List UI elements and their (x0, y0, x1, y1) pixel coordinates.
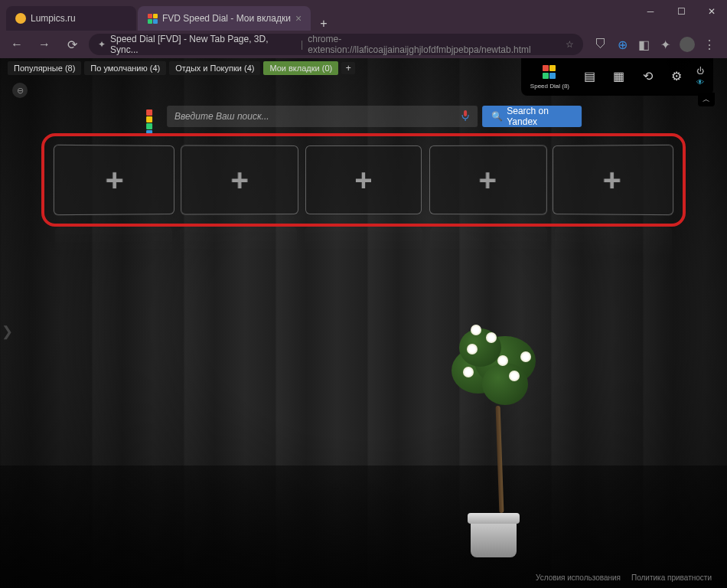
search-row: Введите Ваш поиск... 🔍 Search on Yandex (145, 106, 582, 127)
zoom-icon[interactable]: ⊖ (12, 83, 28, 98)
plus-icon: + (230, 162, 249, 197)
privacy-link[interactable]: Политика приватности (631, 573, 712, 582)
svg-rect-0 (464, 110, 467, 116)
category-mytabs[interactable]: Мои вкладки (0) (263, 61, 338, 75)
panel-collapse-button[interactable]: ︿ (698, 93, 715, 106)
footer-links: Условия использования Политика приватнос… (536, 573, 712, 582)
plus-icon: + (354, 163, 372, 198)
lumpics-favicon-icon (15, 13, 26, 24)
addressbar: ← → ⟳ ✦ Speed Dial [FVD] - New Tab Page,… (0, 31, 727, 58)
sync-icon[interactable]: ⟲ (638, 67, 657, 86)
address-input[interactable]: ✦ Speed Dial [FVD] - New Tab Page, 3D, S… (89, 34, 583, 55)
menu-icon[interactable]: ⋮ (703, 38, 716, 51)
terms-link[interactable]: Условия использования (536, 573, 621, 582)
tab-label: Lumpics.ru (31, 13, 76, 24)
dial-slot-4[interactable]: + (429, 145, 546, 214)
titlebar: Lumpics.ru FVD Speed Dial - Мои вкладки … (0, 0, 727, 31)
search-button[interactable]: 🔍 Search on Yandex (482, 106, 582, 127)
search-button-label: Search on Yandex (507, 106, 572, 127)
eye-icon[interactable]: 👁 (696, 78, 704, 87)
minimize-button[interactable]: ─ (635, 0, 666, 23)
box-icon[interactable]: ◧ (637, 38, 650, 51)
back-button[interactable]: ← (6, 34, 28, 55)
category-default[interactable]: По умолчанию (4) (84, 61, 166, 75)
dial-slot-2[interactable]: + (181, 145, 298, 214)
search-logo-icon (145, 109, 159, 124)
speed-dial-area: + + + + + (41, 133, 686, 227)
plus-icon: + (478, 162, 497, 197)
forward-button[interactable]: → (34, 34, 55, 55)
expand-handle[interactable]: ❯ (2, 323, 13, 340)
panel-label: Speed Dial (8) (530, 83, 569, 90)
page-url: chrome-extension://llaficoajjainaijghjlo… (308, 34, 561, 55)
category-popular[interactable]: Популярные (8) (8, 61, 81, 75)
fvd-favicon-icon (147, 13, 158, 24)
search-icon: 🔍 (491, 111, 503, 122)
globe-icon[interactable]: ⊕ (615, 38, 629, 51)
gear-icon[interactable]: ⚙ (667, 67, 686, 86)
add-category-button[interactable]: + (341, 62, 355, 74)
avatar-icon[interactable] (680, 37, 695, 52)
dial-reflection (41, 227, 686, 257)
tab-lumpics[interactable]: Lumpics.ru (6, 6, 136, 31)
close-icon[interactable]: × (295, 12, 302, 24)
history-icon[interactable]: ▦ (609, 67, 628, 86)
panel-speeddial[interactable]: Speed Dial (8) (530, 63, 569, 90)
maximize-button[interactable]: ☐ (666, 0, 696, 23)
dial-slot-1[interactable]: + (54, 145, 174, 215)
plus-icon: + (603, 162, 621, 198)
search-placeholder: Введите Ваш поиск... (174, 111, 269, 122)
tab-label: FVD Speed Dial - Мои вкладки (162, 13, 291, 24)
news-icon[interactable]: ▤ (580, 67, 598, 86)
mic-icon[interactable] (461, 109, 470, 124)
star-icon[interactable]: ☆ (566, 39, 574, 50)
extension-icon: ✦ (98, 39, 106, 50)
puzzle-icon[interactable]: ✦ (658, 38, 672, 51)
plant-decoration (444, 325, 543, 557)
dial-slot-3[interactable]: + (305, 145, 422, 214)
dial-slot-5[interactable]: + (553, 145, 673, 215)
reload-button[interactable]: ⟳ (61, 34, 83, 55)
category-shopping[interactable]: Отдых и Покупки (4) (169, 61, 260, 75)
app-panel: Speed Dial (8) ▤ ▦ ⟲ ⚙ ⏻ 👁 ︿ (521, 58, 713, 96)
close-button[interactable]: ✕ (696, 0, 727, 23)
tab-fvd[interactable]: FVD Speed Dial - Мои вкладки × (138, 6, 311, 31)
category-bar: Популярные (8) По умолчанию (4) Отдых и … (8, 61, 355, 75)
power-icon[interactable]: ⏻ (696, 67, 704, 75)
plus-icon: + (106, 162, 124, 198)
search-input[interactable]: Введите Ваш поиск... (167, 106, 478, 127)
shield-icon[interactable]: ⛉ (594, 38, 608, 51)
page-title: Speed Dial [FVD] - New Tab Page, 3D, Syn… (110, 34, 296, 55)
new-tab-button[interactable]: + (312, 17, 334, 31)
